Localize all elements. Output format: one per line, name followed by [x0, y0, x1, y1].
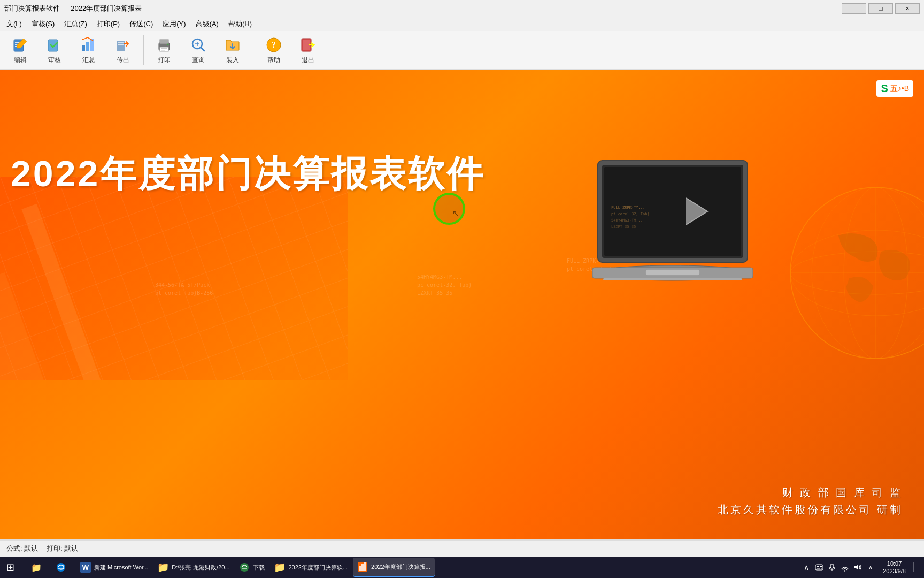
window-title: 部门决算报表软件 — 2022年度部门决算报表	[4, 4, 142, 13]
menu-print[interactable]: 打印(P)	[93, 18, 124, 30]
toolbar-help-button[interactable]: ? 帮助	[258, 33, 290, 67]
toolbar-load-button[interactable]: 装入	[217, 33, 249, 67]
svg-point-63	[844, 570, 845, 571]
toolbar-edit-label: 编辑	[14, 56, 27, 65]
toolbar-print-button[interactable]: 打印	[148, 33, 180, 67]
svg-line-18	[201, 47, 204, 51]
taskbar-time: 10:07	[883, 560, 906, 567]
menu-summary[interactable]: 汇总(Z)	[60, 18, 91, 30]
credits-line2: 北京久其软件股份有限公司 研制	[718, 501, 903, 518]
svg-rect-59	[818, 568, 820, 569]
menu-apply[interactable]: 应用(Y)	[158, 18, 190, 30]
toolbar-help-label: 帮助	[267, 56, 280, 65]
system-tray: ∧	[797, 560, 922, 575]
close-button[interactable]: ×	[895, 3, 920, 14]
svg-rect-10	[118, 44, 124, 45]
edge-icon	[56, 562, 66, 573]
menu-bar: 文(L) 审核(S) 汇总(Z) 打印(P) 传送(C) 应用(Y) 高级(A)…	[0, 17, 924, 31]
cursor-pointer-icon: ↖	[452, 208, 460, 219]
globe-illustration	[732, 166, 924, 380]
toolbar-separator-2	[253, 35, 253, 65]
word-icon: W	[80, 562, 91, 573]
svg-rect-52	[364, 562, 366, 571]
menu-audit[interactable]: 审核(S)	[27, 18, 59, 30]
help-icon: ?	[264, 35, 283, 55]
taskbar-file-explorer[interactable]: 📁	[27, 558, 50, 577]
tray-chevron[interactable]: ∧	[802, 562, 811, 572]
svg-rect-61	[830, 564, 834, 568]
formula-status: 公式: 默认	[6, 544, 38, 553]
exit-icon	[298, 35, 318, 55]
credits-line1: 财 政 部 国 库 司 监	[718, 484, 903, 501]
main-content-area: 2022年度部门决算报表软件 344-56-TA 5T/Packpt corel…	[0, 70, 924, 539]
tray-microphone-icon[interactable]	[827, 562, 837, 572]
svg-rect-33	[646, 270, 699, 275]
toolbar-separator-1	[143, 35, 144, 65]
taskbar-download-label: 下载	[253, 564, 265, 572]
grid-pattern-decoration	[0, 177, 348, 380]
start-icon: ⊞	[6, 561, 14, 573]
taskbar-folder-zhang[interactable]: 📁 D:\张亮-龙港财政\20...	[153, 558, 234, 577]
logo-area: S 五♪•B	[876, 80, 913, 97]
taskbar-word[interactable]: W 新建 Microsoft Wor...	[76, 558, 152, 577]
svg-rect-38	[603, 278, 742, 280]
maximize-button[interactable]: □	[868, 3, 893, 14]
toolbar-transfer-button[interactable]: 传出	[107, 33, 139, 67]
svg-text:54HY4MG3-TM...: 54HY4MG3-TM...	[611, 218, 643, 223]
toolbar-edit-button[interactable]: 编辑	[4, 33, 36, 67]
toolbar-print-label: 打印	[158, 56, 171, 65]
taskbar-start-button[interactable]: ⊞	[2, 558, 26, 577]
toolbar-audit-button[interactable]: 审核	[38, 33, 71, 67]
logo-icons: 五♪•B	[890, 84, 909, 94]
menu-transfer[interactable]: 传送(C)	[125, 18, 157, 30]
menu-help[interactable]: 帮助(H)	[224, 18, 256, 30]
download-icon	[239, 562, 250, 573]
toolbar-query-button[interactable]: 查询	[182, 33, 214, 67]
svg-rect-51	[361, 564, 364, 571]
tray-network-icon[interactable]	[840, 562, 850, 572]
data-overlay-2: 54HY4MG3-TM...pc corel-32, Tab}LZXRT 35 …	[417, 273, 472, 297]
print-status: 打印: 默认	[47, 544, 78, 553]
toolbar-transfer-label: 传出	[117, 56, 129, 65]
credits-area: 财 政 部 国 库 司 监 北京久其软件股份有限公司 研制	[718, 484, 903, 518]
query-icon	[189, 35, 208, 55]
taskbar-app-2022[interactable]: 2022年度部门决算报...	[353, 558, 435, 577]
title-bar: 部门决算报表软件 — 2022年度部门决算报表 — □ ×	[0, 0, 924, 17]
taskbar: ⊞ 📁 W 新建 Microsoft Wor... 📁 D:\张亮-龙港财政\2…	[0, 557, 924, 578]
data-overlay-1: 344-56-TA 5T/Packpt corel Tab}B-256	[155, 281, 213, 297]
window-controls: — □ ×	[842, 3, 920, 14]
svg-point-48	[240, 563, 249, 572]
taskbar-edge[interactable]	[51, 558, 75, 577]
edit-icon	[11, 35, 30, 55]
tray-show-desktop[interactable]	[913, 562, 918, 572]
toolbar-summary-button[interactable]: 汇总	[73, 33, 105, 67]
minimize-button[interactable]: —	[842, 3, 866, 14]
svg-rect-56	[820, 566, 821, 567]
menu-advanced[interactable]: 高级(A)	[191, 18, 223, 30]
toolbar-load-label: 装入	[226, 56, 239, 65]
taskbar-date: 2023/9/8	[883, 567, 906, 575]
taskbar-folder-zhang-label: D:\张亮-龙港财政\20...	[172, 564, 229, 572]
taskbar-folder-2022[interactable]: 📁 2022年度部门决算软...	[270, 558, 352, 577]
load-icon	[223, 35, 242, 55]
status-bar: 公式: 默认 打印: 默认	[0, 539, 924, 557]
toolbar-exit-button[interactable]: 退出	[292, 33, 324, 67]
svg-text:LZXRT 35 35: LZXRT 35 35	[611, 225, 636, 229]
taskbar-folder-2022-label: 2022年度部门决算软...	[288, 564, 348, 572]
svg-rect-5	[82, 45, 85, 51]
svg-rect-9	[118, 42, 124, 43]
svg-rect-60	[821, 568, 822, 569]
tray-keyboard-icon[interactable]	[814, 562, 824, 572]
tray-speaker-icon[interactable]	[853, 562, 863, 572]
svg-text:?: ?	[272, 40, 276, 49]
menu-file[interactable]: 文(L)	[2, 18, 26, 30]
svg-point-16	[167, 43, 169, 45]
summary-icon	[79, 35, 98, 55]
taskbar-download[interactable]: 下载	[235, 558, 269, 577]
svg-rect-4	[48, 40, 58, 51]
toolbar: 编辑 审核 汇总	[0, 31, 924, 70]
toolbar-query-label: 查询	[192, 56, 205, 65]
svg-rect-13	[160, 47, 168, 51]
svg-rect-14	[161, 48, 167, 49]
tray-extra-icons[interactable]: ∧	[866, 562, 875, 572]
